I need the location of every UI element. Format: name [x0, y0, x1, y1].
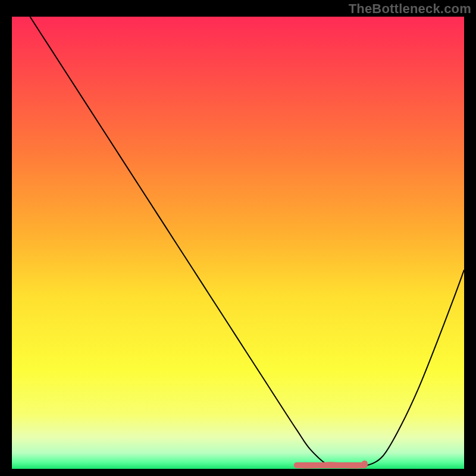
- optimal-dot-icon: [362, 461, 368, 466]
- chart-svg: [12, 17, 464, 469]
- optimal-band: [297, 465, 365, 466]
- gradient-background: [12, 17, 464, 469]
- chart-stage: TheBottleneck.com: [0, 0, 476, 476]
- plot-area: [12, 17, 464, 469]
- watermark-text: TheBottleneck.com: [349, 1, 471, 17]
